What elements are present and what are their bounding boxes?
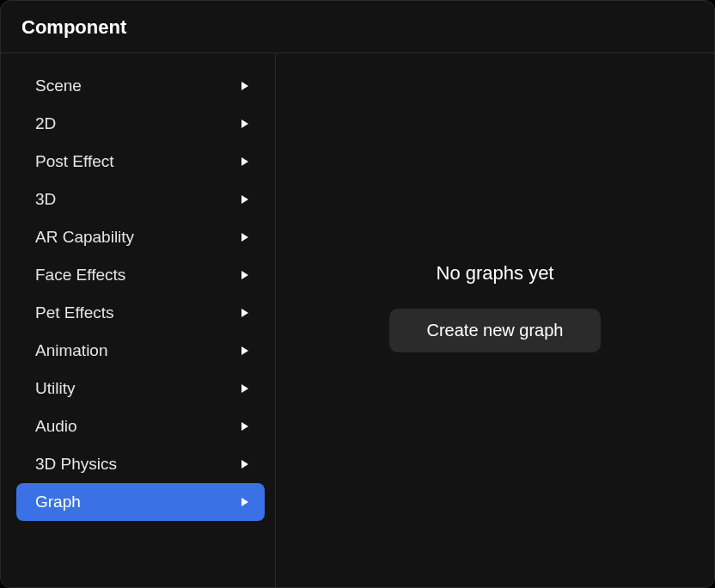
sidebar-item-2d[interactable]: 2D [16,105,265,143]
sidebar-item-audio[interactable]: Audio [16,407,265,445]
chevron-right-icon [241,384,249,393]
sidebar-item-label: Pet Effects [35,303,114,322]
sidebar: Scene 2D Post Effect 3D AR Capability [1,53,276,587]
sidebar-item-label: Audio [35,417,77,436]
sidebar-list: Scene 2D Post Effect 3D AR Capability [1,67,275,521]
chevron-right-icon [241,460,249,469]
sidebar-item-label: Graph [35,493,81,511]
sidebar-item-label: Animation [35,341,108,360]
chevron-right-icon [241,119,249,128]
sidebar-item-3d-physics[interactable]: 3D Physics [16,445,265,483]
create-new-graph-button[interactable]: Create new graph [389,309,602,352]
sidebar-item-label: Scene [35,77,82,95]
sidebar-item-graph[interactable]: Graph [16,483,265,521]
sidebar-item-label: Face Effects [35,266,125,285]
sidebar-item-label: 2D [35,114,56,133]
sidebar-item-label: Post Effect [35,152,114,171]
chevron-right-icon [241,195,249,204]
panel-header: Component [1,1,714,53]
sidebar-item-ar-capability[interactable]: AR Capability [16,218,265,256]
chevron-right-icon [241,233,249,242]
chevron-right-icon [241,82,249,90]
chevron-right-icon [241,346,249,355]
chevron-right-icon [241,157,249,166]
sidebar-item-label: 3D Physics [35,455,117,474]
empty-state-text: No graphs yet [437,262,554,285]
sidebar-item-label: 3D [35,190,56,209]
sidebar-item-label: Utility [35,379,75,398]
panel-body: Scene 2D Post Effect 3D AR Capability [1,53,714,587]
sidebar-item-utility[interactable]: Utility [16,370,265,407]
sidebar-item-post-effect[interactable]: Post Effect [16,143,265,181]
sidebar-item-pet-effects[interactable]: Pet Effects [16,294,265,332]
chevron-right-icon [241,271,249,279]
panel-title: Component [21,16,694,39]
chevron-right-icon [241,422,249,431]
sidebar-item-label: AR Capability [35,228,134,247]
sidebar-item-scene[interactable]: Scene [16,67,265,105]
chevron-right-icon [241,309,249,317]
main-content: No graphs yet Create new graph [276,53,714,587]
sidebar-item-3d[interactable]: 3D [16,181,265,218]
sidebar-item-animation[interactable]: Animation [16,332,265,370]
sidebar-item-face-effects[interactable]: Face Effects [16,256,265,294]
component-panel: Component Scene 2D Post Effect 3D [0,0,715,588]
chevron-right-icon [241,498,249,506]
